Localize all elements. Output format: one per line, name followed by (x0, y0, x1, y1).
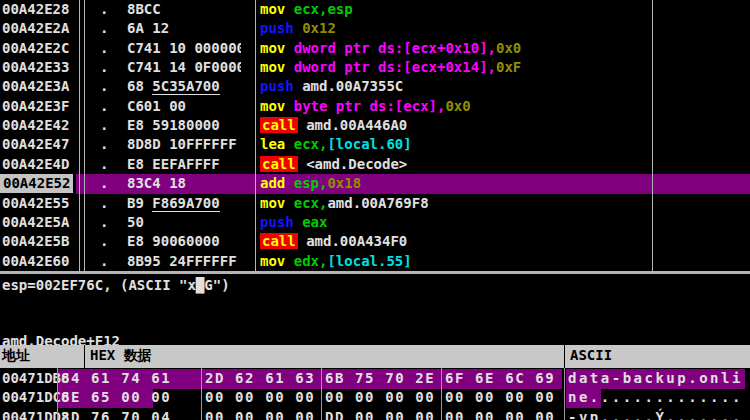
disasm-row[interactable]: 00A42E2A.6A 12push 0x12 (0, 19, 750, 39)
instruction-text: call amd.00A434F0 (260, 232, 407, 251)
dump-hex-group: 6E 65 00 00 (61, 388, 171, 407)
analysis-dot-marker: . (100, 252, 108, 271)
disasm-row[interactable]: 00A42E5B.E8 90060000call amd.00A434F0 (0, 232, 750, 252)
register-info-line: esp=002EF76C, (ASCII "x█G") (2, 277, 230, 293)
symbol-info-line: amd.Decode+F12 (2, 333, 120, 345)
dump-ascii-text: -vp.....Ý....... (568, 408, 743, 420)
instruction-text: push eax (260, 213, 327, 232)
dump-hex-group: DD 00 00 00 (325, 408, 435, 420)
analysis-dot-marker: . (100, 0, 108, 19)
dump-group-separator-1 (201, 368, 202, 420)
info-pane[interactable]: esp=002EF76C, (ASCII "x█G") amd.Decode+F… (0, 274, 750, 345)
disassembly-panel[interactable]: 00A42E28.8BCCmov ecx,esp00A42E2A.6A 12pu… (0, 0, 750, 271)
analysis-dot-marker: . (100, 39, 108, 58)
analysis-dot-marker: . (100, 77, 108, 96)
dump-hex-group: 00 00 00 00 (445, 388, 555, 407)
instruction-address: 00A42E60 (2, 252, 69, 271)
disasm-row[interactable]: 00A42E47.8D8D 10FFFFFFlea ecx,[local.60] (0, 135, 750, 155)
instruction-bytes: 50 (127, 213, 241, 232)
disasm-row[interactable]: 00A42E5A.50push eax (0, 213, 750, 233)
dump-header-address: 地址 (2, 347, 30, 365)
instruction-address: 00A42E3A (2, 77, 69, 96)
dump-hex-group: 6B 75 70 2E (325, 369, 435, 388)
instruction-text: lea ecx,[local.60] (260, 135, 412, 154)
instruction-text: call <amd.Decode> (260, 155, 407, 174)
instruction-address: 00A42E4D (2, 155, 69, 174)
instruction-address: 00A42E2A (2, 19, 69, 38)
address-column-separator (79, 0, 80, 271)
instruction-bytes: E8 EEFAFFFF (127, 155, 241, 174)
dump-hex-group: 00 00 00 00 (445, 408, 555, 420)
analysis-dot-marker: . (100, 155, 108, 174)
disasm-row[interactable]: 00A42E55.B9 F869A700mov ecx,amd.00A769F8 (0, 194, 750, 214)
analysis-dot-marker: . (100, 116, 108, 135)
instruction-bytes: 8D8D 10FFFFFF (127, 135, 241, 154)
instruction-text: push amd.00A7355C (260, 77, 403, 96)
dump-header-separator-2 (564, 345, 565, 368)
instruction-text: mov dword ptr ds:[ecx+0x14],0xF (260, 58, 521, 77)
instruction-bytes: 68 5C35A700 (127, 77, 241, 96)
dump-header-hex: HEX 数据 (90, 347, 152, 365)
dump-row[interactable]: 00471DD82D 76 70 0400 00 00 00DD 00 00 0… (0, 408, 750, 420)
dump-address: 00471DB8 (2, 369, 69, 388)
instruction-bytes: E8 90060000 (127, 232, 241, 251)
dump-group-separator-2 (321, 368, 322, 420)
disasm-row[interactable]: 00A42E2C.C741 10 00000000mov dword ptr d… (0, 39, 750, 59)
disasm-row[interactable]: 00A42E60.8B95 24FFFFFFmov edx,[local.55] (0, 252, 750, 271)
dump-hex-group: 00 00 00 00 (205, 388, 315, 407)
analysis-dot-marker: . (100, 174, 108, 193)
debugger-window: 00A42E28.8BCCmov ecx,esp00A42E2A.6A 12pu… (0, 0, 750, 420)
dump-hex-group: 64 61 74 61 (61, 369, 171, 388)
instruction-text: mov ecx,esp (260, 0, 353, 19)
disasm-row[interactable]: 00A42E3A.68 5C35A700push amd.00A7355C (0, 77, 750, 97)
instruction-address: 00A42E2C (2, 39, 69, 58)
dump-group-separator-3 (441, 368, 442, 420)
instruction-address: 00A42E52 (0, 174, 73, 193)
analysis-dot-marker: . (100, 232, 108, 251)
analysis-dot-marker: . (100, 97, 108, 116)
instruction-address: 00A42E5B (2, 232, 69, 251)
dump-hex-group: 00 00 00 00 (205, 408, 315, 420)
instruction-text: mov edx,[local.55] (260, 252, 412, 271)
dump-address: 00471DD8 (2, 408, 69, 420)
instruction-text: mov dword ptr ds:[ecx+0x10],0x0 (260, 39, 521, 58)
analysis-dot-marker: . (100, 194, 108, 213)
analysis-dot-marker: . (100, 58, 108, 77)
dump-hex-group: 2D 62 61 63 (205, 369, 315, 388)
instruction-text: mov byte ptr ds:[ecx],0x0 (260, 97, 471, 116)
instruction-bytes: 8BCC (127, 0, 241, 19)
address-column-separator-2 (84, 0, 85, 271)
disasm-row[interactable]: 00A42E52.83C4 18add esp,0x18 (0, 174, 750, 194)
hex-dump-panel[interactable]: 地址 HEX 数据 ASCII 00471DB864 61 74 612D 62… (0, 345, 750, 420)
instruction-text: mov ecx,amd.00A769F8 (260, 194, 429, 213)
dump-hex-group: 2D 76 70 04 (61, 408, 171, 420)
disasm-row[interactable]: 00A42E33.C741 14 0F000000mov dword ptr d… (0, 58, 750, 78)
dump-ascii-separator (564, 368, 565, 420)
instruction-address: 00A42E55 (2, 194, 69, 213)
disasm-row[interactable]: 00A42E42.E8 59180000call amd.00A446A0 (0, 116, 750, 136)
instruction-bytes: 83C4 18 (127, 174, 241, 193)
instruction-address: 00A42E5A (2, 213, 69, 232)
disasm-row[interactable]: 00A42E28.8BCCmov ecx,esp (0, 0, 750, 20)
dump-hex-group: 6F 6E 6C 69 (445, 369, 555, 388)
instruction-address: 00A42E33 (2, 58, 69, 77)
comment-column-separator (652, 0, 653, 271)
dump-hex-group: 00 00 00 00 (325, 388, 435, 407)
disasm-row[interactable]: 00A42E4D.E8 EEFAFFFFcall <amd.Decode> (0, 155, 750, 175)
disasm-row[interactable]: 00A42E3F.C601 00mov byte ptr ds:[ecx],0x… (0, 97, 750, 117)
instruction-bytes: C601 00 (127, 97, 241, 116)
analysis-dot-marker: . (100, 135, 108, 154)
instruction-bytes: C741 14 0F000000 (127, 58, 241, 77)
dump-row[interactable]: 00471DC86E 65 00 0000 00 00 0000 00 00 0… (0, 388, 750, 408)
instruction-bytes: B9 F869A700 (127, 194, 241, 213)
dump-ascii-text: data-backup.onli (568, 369, 743, 388)
dump-row[interactable]: 00471DB864 61 74 612D 62 61 636B 75 70 2… (0, 369, 750, 389)
dump-header-separator-1 (84, 345, 85, 368)
instruction-address: 00A42E28 (2, 0, 69, 19)
instruction-address: 00A42E3F (2, 97, 69, 116)
instruction-address: 00A42E47 (2, 135, 69, 154)
instruction-address: 00A42E42 (2, 116, 69, 135)
instruction-text: add esp,0x18 (260, 174, 361, 193)
instruction-text: push 0x12 (260, 19, 336, 38)
dump-address-separator (57, 368, 58, 420)
